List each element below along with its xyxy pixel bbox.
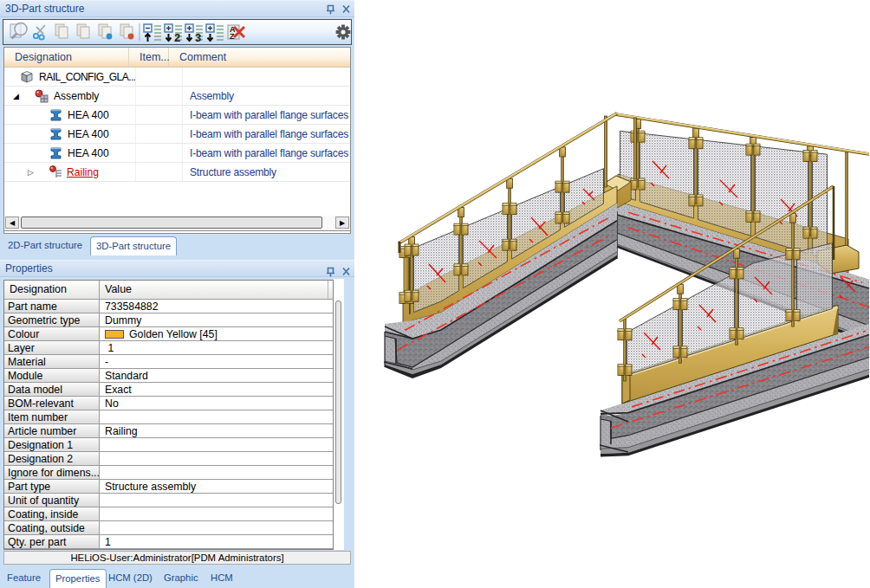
svg-text:2: 2: [174, 31, 180, 44]
svg-text:3: 3: [195, 31, 201, 44]
